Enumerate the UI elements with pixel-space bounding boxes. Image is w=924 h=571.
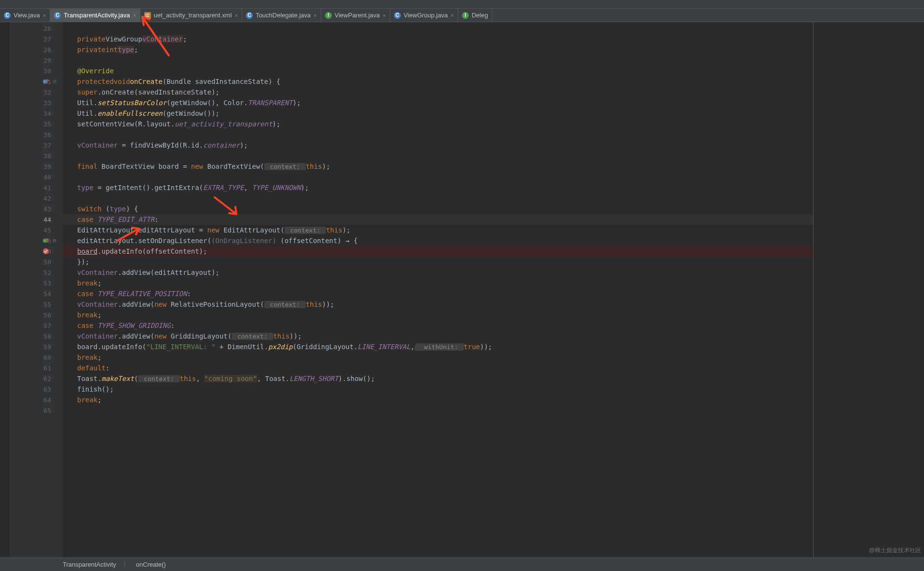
line-number: 29 <box>10 55 63 66</box>
close-icon[interactable]: × <box>235 13 238 18</box>
class-icon: C <box>246 12 253 19</box>
tab-deleg[interactable]: I Deleg <box>458 9 492 22</box>
code-line[interactable]: super.onCreate(savedInstanceState); <box>63 87 813 97</box>
code-line[interactable]: vContainer.addView(new RelativePositionL… <box>63 299 813 310</box>
close-icon[interactable]: × <box>450 13 453 18</box>
line-number: 54 <box>10 288 63 299</box>
line-number: 61 <box>10 363 63 373</box>
line-number: 46 ⊞ <box>10 235 63 246</box>
watermark: @稀土掘金技术社区 <box>869 546 921 555</box>
editor: 26 27 28 29 30 31 ⊟ 32 33 34 35 36 37 38… <box>0 22 924 557</box>
line-number: 36 <box>10 129 63 140</box>
code-line[interactable]: protected void onCreate(Bundle savedInst… <box>63 76 813 87</box>
line-number: 34 <box>10 108 63 119</box>
code-line[interactable]: }); <box>63 257 813 267</box>
code-line[interactable]: case TYPE_RELATIVE_POSITION: <box>63 288 813 299</box>
code-line[interactable]: final BoardTextView board = new BoardTex… <box>63 161 813 172</box>
code-line[interactable] <box>63 55 813 66</box>
line-number: 44 <box>10 214 63 225</box>
line-number: 38 <box>10 150 63 161</box>
line-number: 27 <box>10 34 63 44</box>
code-line[interactable]: break; <box>63 352 813 363</box>
code-line[interactable]: EditAttrLayout editAttrLayout = new Edit… <box>63 225 813 235</box>
tab-label: Deleg <box>472 12 488 19</box>
tab-view-parent[interactable]: I ViewParent.java × <box>321 9 390 22</box>
code-line[interactable]: board.updateInfo(offsetContent); <box>63 246 813 257</box>
close-icon[interactable]: × <box>313 13 316 18</box>
close-icon[interactable]: × <box>383 13 386 18</box>
code-line[interactable]: break; <box>63 310 813 320</box>
code-line[interactable]: vContainer.addView(editAttrLayout); <box>63 267 813 278</box>
code-line[interactable]: setContentView(R.layout.uet_activity_tra… <box>63 119 813 129</box>
line-number: 60 <box>10 352 63 363</box>
line-number: 32 <box>10 87 63 97</box>
gutter[interactable]: 26 27 28 29 30 31 ⊟ 32 33 34 35 36 37 38… <box>10 22 63 557</box>
tab-label: ViewParent.java <box>335 12 380 19</box>
line-number: 56 <box>10 310 63 320</box>
tab-view[interactable]: C View.java × <box>0 9 50 22</box>
interface-icon: I <box>325 12 332 19</box>
breadcrumb[interactable]: TransparentActivity 〉 onCreate() <box>0 557 924 571</box>
tab-label: ViewGroup.java <box>404 12 448 19</box>
line-number: 52 <box>10 267 63 278</box>
code-line[interactable]: break; <box>63 278 813 288</box>
line-number: 64 <box>10 394 63 405</box>
tab-transparent-activity[interactable]: C TransparentActivity.java × <box>50 9 140 22</box>
line-number: 59 <box>10 341 63 352</box>
tab-label: TransparentActivity.java <box>64 12 130 19</box>
line-number: 57 <box>10 320 63 331</box>
tab-view-group[interactable]: C ViewGroup.java × <box>390 9 458 22</box>
code-line[interactable]: vContainer = findViewById(R.id.container… <box>63 140 813 150</box>
code-line[interactable]: case TYPE_SHOW_GRIDDING: <box>63 320 813 331</box>
code-line[interactable]: Util.enableFullscreen(getWindow()); <box>63 108 813 119</box>
chevron-right-icon: 〉 <box>123 560 129 569</box>
code-line[interactable]: type = getIntent().getIntExtra(EXTRA_TYP… <box>63 182 813 193</box>
line-number: 49 <box>10 246 63 257</box>
code-line[interactable] <box>63 23 813 34</box>
code-line[interactable]: Toast.makeText( context: this, "coming s… <box>63 373 813 384</box>
code-line[interactable] <box>63 129 813 140</box>
code-line[interactable] <box>63 193 813 204</box>
code-line[interactable]: board.updateInfo("LINE_INTERVAL: " + Dim… <box>63 341 813 352</box>
code-line[interactable]: vContainer.addView(new GriddingLayout( c… <box>63 331 813 341</box>
line-number: 62 <box>10 373 63 384</box>
code-line[interactable]: @Override <box>63 66 813 76</box>
code-line[interactable]: default: <box>63 363 813 373</box>
code-line[interactable] <box>63 150 813 161</box>
breakpoint-icon[interactable] <box>42 248 49 255</box>
code-line[interactable] <box>63 172 813 182</box>
class-icon: C <box>54 12 61 19</box>
right-margin <box>813 22 924 557</box>
change-up-icon[interactable] <box>42 237 49 244</box>
tab-label: TouchDelegate.java <box>256 12 311 19</box>
code-line[interactable]: finish(); <box>63 384 813 394</box>
breadcrumb-method[interactable]: onCreate() <box>136 561 166 568</box>
fold-icon[interactable]: ⊟ <box>53 78 60 85</box>
code-line[interactable] <box>63 405 813 416</box>
left-margin <box>0 22 10 557</box>
annotation-arrow-icon <box>212 195 241 219</box>
line-number: 58 <box>10 331 63 341</box>
annotation-arrow-icon <box>115 224 144 243</box>
close-icon[interactable]: × <box>43 13 46 18</box>
code-line[interactable]: switch (type) { <box>63 204 813 214</box>
code-line[interactable]: editAttrLayout.setOnDragListener((OnDrag… <box>63 235 813 246</box>
code-line[interactable]: Util.setStatusBarColor(getWindow(), Colo… <box>63 97 813 108</box>
breadcrumb-class[interactable]: TransparentActivity <box>63 561 116 568</box>
code-line[interactable]: private ViewGroup vContainer; <box>63 34 813 44</box>
code-line[interactable]: private int type; <box>63 44 813 55</box>
line-number: 40 <box>10 172 63 182</box>
expand-icon[interactable]: ⊞ <box>53 237 60 244</box>
override-up-icon[interactable] <box>42 78 49 85</box>
line-number: 45 <box>10 225 63 235</box>
line-number: 42 <box>10 193 63 204</box>
class-icon: C <box>4 12 11 19</box>
annotation-arrow-icon <box>135 10 174 58</box>
interface-icon: I <box>462 12 469 19</box>
line-number: 63 <box>10 384 63 394</box>
tab-touch-delegate[interactable]: C TouchDelegate.java × <box>242 9 321 22</box>
code-line[interactable]: case TYPE_EDIT_ATTR: <box>63 214 813 225</box>
code-line[interactable]: break; <box>63 394 813 405</box>
line-number: 55 <box>10 299 63 310</box>
code-area[interactable]: private ViewGroup vContainer; private in… <box>63 22 813 557</box>
